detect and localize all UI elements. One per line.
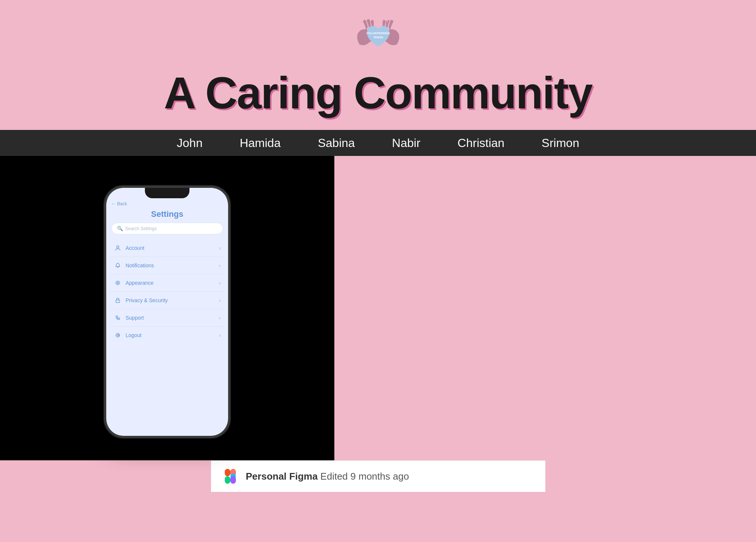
phone-outer: ← Back Settings 🔍 Search Settings: [104, 186, 230, 438]
main-content: ← Back Settings 🔍 Search Settings: [0, 156, 334, 460]
svg-point-2: [117, 246, 119, 248]
nav-bar: John Hamida Sabina Nabir Christian Srimo…: [0, 130, 756, 156]
notifications-icon: [114, 261, 122, 270]
settings-item-privacy[interactable]: Privacy & Security ›: [110, 292, 224, 309]
nav-item-christian[interactable]: Christian: [458, 136, 504, 150]
back-button[interactable]: ← Back: [106, 198, 228, 208]
footer-info: Personal Figma Edited 9 months ago: [246, 471, 409, 482]
nav-item-srimon[interactable]: Srimon: [542, 136, 579, 150]
svg-text:VOLUNTEERING: VOLUNTEERING: [366, 32, 390, 35]
settings-list: Account › Notifications ›: [106, 239, 228, 436]
search-icon: 🔍: [117, 226, 123, 231]
phone-notch: [145, 188, 189, 198]
account-label: Account: [126, 245, 219, 251]
svg-point-4: [117, 282, 119, 284]
settings-title: Settings: [106, 208, 228, 223]
logo-container: VOLUNTEERING TEENS: [352, 11, 404, 59]
svg-rect-5: [116, 300, 120, 303]
settings-item-account[interactable]: Account ›: [110, 239, 224, 257]
settings-item-logout[interactable]: Logout ›: [110, 327, 224, 344]
support-chevron: ›: [219, 315, 221, 321]
nav-item-nabir[interactable]: Nabir: [392, 136, 420, 150]
search-input-placeholder: Search Settings: [125, 226, 157, 231]
appearance-icon: [114, 279, 122, 287]
support-label: Support: [126, 315, 219, 321]
settings-item-notifications[interactable]: Notifications ›: [110, 257, 224, 274]
page-title: A Caring Community: [164, 71, 592, 115]
settings-item-appearance[interactable]: Appearance ›: [110, 274, 224, 292]
header-section: VOLUNTEERING TEENS A Caring Community: [0, 0, 756, 130]
account-icon: [114, 244, 122, 252]
appearance-chevron: ›: [219, 280, 221, 286]
figma-icon: [222, 468, 239, 484]
logout-chevron: ›: [219, 332, 221, 338]
svg-point-3: [116, 281, 120, 285]
phone-screen: ← Back Settings 🔍 Search Settings: [106, 188, 228, 436]
search-bar[interactable]: 🔍 Search Settings: [111, 223, 223, 234]
footer-bar: Personal Figma Edited 9 months ago: [211, 460, 545, 492]
nav-item-hamida[interactable]: Hamida: [240, 136, 280, 150]
support-icon: [114, 314, 122, 322]
svg-rect-10: [225, 476, 230, 484]
appearance-label: Appearance: [126, 280, 219, 286]
svg-rect-7: [225, 469, 230, 476]
logout-label: Logout: [126, 332, 219, 338]
settings-item-support[interactable]: Support ›: [110, 309, 224, 327]
svg-text:TEENS: TEENS: [373, 36, 383, 39]
footer-timestamp: Edited 9 months ago: [320, 471, 409, 482]
logout-icon: [114, 331, 122, 339]
notifications-chevron: ›: [219, 262, 221, 268]
svg-rect-11: [230, 476, 236, 484]
nav-item-john[interactable]: John: [177, 136, 202, 150]
privacy-chevron: ›: [219, 297, 221, 303]
nav-item-sabina[interactable]: Sabina: [318, 136, 355, 150]
phone-mockup: ← Back Settings 🔍 Search Settings: [104, 186, 230, 438]
privacy-icon: [114, 296, 122, 304]
privacy-label: Privacy & Security: [126, 297, 219, 303]
notifications-label: Notifications: [126, 262, 219, 268]
account-chevron: ›: [219, 245, 221, 251]
footer-brand: Personal Figma: [246, 471, 318, 482]
